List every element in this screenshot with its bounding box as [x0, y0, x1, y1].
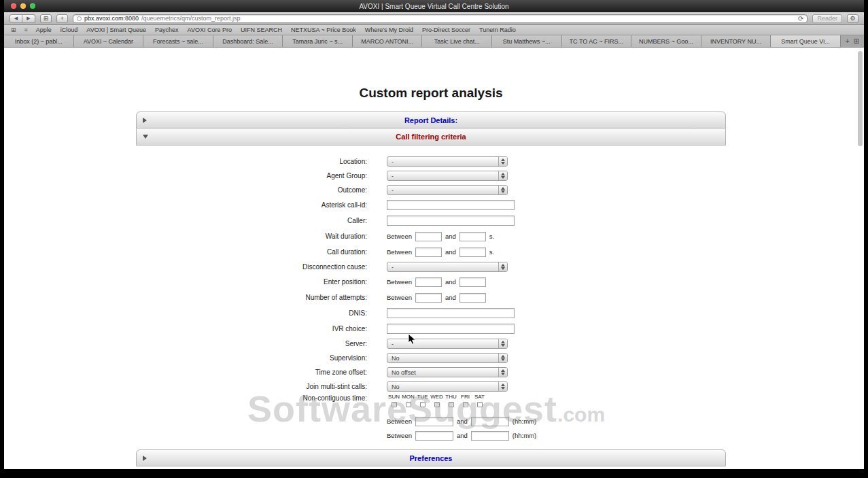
day-checkbox[interactable] [434, 402, 440, 407]
form-row: Betweenand(hh:mm) [136, 428, 726, 443]
new-tab-button[interactable]: + [846, 38, 850, 45]
day-checkbox[interactable] [449, 402, 454, 407]
day-checkbox[interactable] [406, 402, 411, 407]
top-sites-button[interactable]: ⊞ [40, 14, 52, 23]
section-header-preferences[interactable]: Preferences [136, 449, 726, 466]
input-call-duration-to[interactable] [459, 247, 486, 257]
browser-tab[interactable]: Inbox (2) – pabl... [4, 35, 74, 47]
bookmark-item[interactable]: Apple [36, 27, 52, 33]
bookmark-item[interactable]: Where's My Droid [365, 27, 413, 33]
input-wait-duration-from[interactable] [415, 232, 442, 241]
browser-tab[interactable]: Dashboard: Sale... [213, 35, 283, 47]
select-server[interactable]: - [387, 339, 508, 349]
tab-overview-button[interactable]: ⊞ [854, 38, 859, 45]
input-time-range-17-to[interactable] [471, 417, 509, 426]
browser-tab[interactable]: AVOXI – Calendar [74, 35, 144, 47]
reading-list-icon[interactable]: ≡ [24, 27, 28, 33]
gear-button[interactable]: ⚙ [847, 14, 858, 23]
day-label: TUE [417, 394, 428, 400]
gear-icon: ⚙ [850, 15, 855, 22]
browser-tab[interactable]: Task: Live chat... [422, 35, 492, 47]
input-number-of-attempts-to[interactable] [459, 293, 486, 303]
browser-tab[interactable]: Tamara Juric ~ s... [283, 35, 353, 47]
field-label: Time zone offset: [136, 369, 367, 376]
day-checkbox[interactable] [477, 402, 483, 407]
bookmark-item[interactable]: NETXUSA ~ Price Book [291, 27, 356, 33]
day-label: FRI [461, 394, 470, 400]
input-wait-duration-to[interactable] [459, 232, 486, 241]
section-header-report-details[interactable]: Report Details: [136, 112, 726, 129]
url-path: /queuemetrics/qm/custom_report.jsp [141, 15, 241, 22]
section-label: Report Details: [404, 116, 457, 124]
input-ivr-choice[interactable] [387, 324, 515, 334]
select-disconnection-cause[interactable]: - [387, 262, 508, 272]
input-number-of-attempts-from[interactable] [415, 293, 442, 303]
select-supervision[interactable]: No [387, 353, 508, 363]
day-checkbox[interactable] [420, 402, 426, 407]
select-outcome[interactable]: - [387, 185, 508, 195]
bookmark-item[interactable]: AVOXI | Smart Queue [86, 27, 146, 33]
unit-label: s. [489, 233, 494, 240]
day-label: SAT [474, 394, 485, 400]
browser-tab[interactable]: MARCO ANTONI... [353, 35, 423, 47]
browser-tab[interactable]: Stu Matthews ~... [492, 35, 562, 47]
bookmark-item[interactable]: TuneIn Radio [479, 27, 516, 33]
input-time-range-18-from[interactable] [415, 431, 453, 441]
mouse-cursor [408, 333, 416, 348]
bookmark-item[interactable]: Paychex [155, 27, 179, 33]
input-asterisk-call-id[interactable] [387, 200, 515, 210]
browser-tab[interactable]: INVENTORY NU... [701, 35, 771, 47]
select-join-multi-stint-calls[interactable]: No [387, 381, 508, 392]
input-dnis[interactable] [387, 308, 515, 318]
tab-label: INVENTORY NU... [710, 38, 761, 45]
reload-icon[interactable]: ⟳ [798, 15, 803, 22]
select-time-zone-offset[interactable]: No offset [387, 367, 508, 377]
zoom-window-button[interactable] [30, 3, 35, 9]
select-location[interactable]: - [387, 156, 508, 167]
section-header-call-filtering[interactable]: Call filtering criteria [136, 129, 726, 146]
input-enter-position-from[interactable] [415, 277, 442, 287]
back-button[interactable]: ◀ [10, 14, 22, 23]
close-window-button[interactable] [11, 3, 16, 9]
add-bookmark-button[interactable]: + [56, 14, 68, 23]
between-word: Between [387, 233, 412, 240]
select-value: - [392, 264, 394, 271]
top-sites-grid-icon[interactable]: ⊞ [11, 27, 16, 33]
day-column: WED [430, 394, 444, 407]
minimize-window-button[interactable] [20, 3, 26, 9]
input-call-duration-from[interactable] [415, 247, 442, 257]
browser-tab[interactable]: TC TO AC ~ FIRS... [562, 35, 632, 47]
input-time-range-18-to[interactable] [471, 431, 509, 441]
day-checkbox[interactable] [463, 402, 468, 407]
browser-toolbar: ◀ ▶ ⊞ + pbx.avoxi.com:8080 /queuemetrics… [4, 12, 864, 25]
field-label: Disconnection cause: [136, 263, 367, 271]
select-agent-group[interactable]: - [387, 171, 508, 181]
tab-strip: Inbox (2) – pabl...AVOXI – CalendarForec… [4, 35, 841, 47]
input-enter-position-to[interactable] [459, 277, 486, 287]
address-bar[interactable]: pbx.avoxi.com:8080 /queuemetrics/qm/cust… [73, 14, 808, 23]
forward-button[interactable]: ▶ [22, 14, 35, 23]
row-control: Betweenands. [387, 232, 494, 241]
field-label: Number of attempts: [136, 294, 367, 301]
tab-label: Tamara Juric ~ s... [292, 38, 343, 45]
between-word: Between [387, 278, 412, 286]
form-row: Non-contiguous time:SUNMONTUEWEDTHUFRISA… [136, 394, 726, 414]
bookmark-item[interactable]: Pro-Direct Soccer [422, 27, 470, 33]
row-control: Betweenand [387, 277, 486, 287]
section-label: Preferences [410, 454, 453, 462]
bookmark-item[interactable]: AVOXI Core Pro [188, 27, 232, 33]
row-control: No [387, 353, 508, 363]
bookmark-item[interactable]: UIFN SEARCH [241, 27, 282, 33]
bookmark-item[interactable]: iCloud [60, 27, 78, 33]
scrollbar-thumb[interactable] [858, 51, 863, 146]
field-label: IVR choice: [136, 325, 367, 332]
window-controls [11, 3, 35, 9]
browser-tab[interactable]: Smart Queue Vi... [771, 35, 841, 47]
browser-tab[interactable]: NUMBERS ~ Goo... [631, 35, 701, 47]
day-checkbox[interactable] [392, 402, 397, 407]
browser-tab[interactable]: Forecasts ~ sale... [143, 35, 213, 47]
reader-button[interactable]: Reader [812, 14, 842, 23]
input-time-range-17-from[interactable] [415, 417, 453, 426]
input-caller[interactable] [387, 216, 515, 226]
day-label: WED [430, 394, 443, 400]
